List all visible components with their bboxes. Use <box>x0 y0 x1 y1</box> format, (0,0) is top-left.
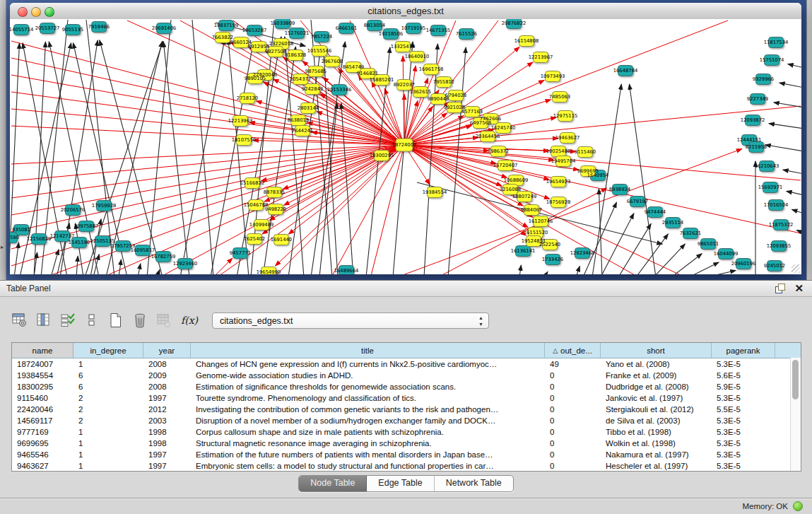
table-cell[interactable]: 5.6E-5 <box>712 370 775 381</box>
citation-network-graph[interactable]: 1405571420553727905513579194662069140618… <box>10 19 801 274</box>
table-cell[interactable]: de Silva et al. (2003) <box>601 415 712 426</box>
table-row[interactable]: 1938455462009Genome-wide association stu… <box>12 370 801 381</box>
table-cell[interactable]: 0 <box>545 404 601 415</box>
table-row[interactable]: 2242004622012Investigating the contribut… <box>12 404 801 415</box>
table-cell[interactable]: 22420046 <box>12 404 73 415</box>
network-selector-dropdown[interactable]: citations_edges.txt ▲▼ <box>212 313 489 329</box>
table-cell[interactable]: 9115460 <box>12 392 73 404</box>
function-builder-icon[interactable]: f(x) <box>180 310 199 330</box>
table-cell[interactable]: 18300295 <box>12 381 73 392</box>
table-cell[interactable]: 1997 <box>143 392 191 404</box>
table-row[interactable]: 1456911722003Disruption of a novel membe… <box>12 415 801 426</box>
table-row[interactable]: 977716911998Corpus callosum shape and si… <box>12 426 801 438</box>
panel-collapse-arrow-icon[interactable]: ▸ <box>1 244 4 250</box>
table-cell[interactable]: 1 <box>73 449 143 460</box>
table-cell[interactable]: 1997 <box>143 460 191 472</box>
row-height-icon[interactable] <box>82 310 102 330</box>
column-header-in_degree[interactable]: in_degree <box>73 343 143 358</box>
table-cell[interactable]: Jankovic et al. (1997) <box>601 392 712 404</box>
table-cell[interactable]: 14569117 <box>12 415 73 426</box>
table-cell[interactable]: Yano et al. (2008) <box>601 358 712 370</box>
table-cell[interactable]: 5.3E-5 <box>712 415 775 426</box>
column-header-out_de[interactable]: △out_de... <box>545 343 601 358</box>
table-cell[interactable]: 1 <box>73 358 143 370</box>
table-cell[interactable]: 0 <box>545 460 601 472</box>
table-cell[interactable]: Investigating the contribution of common… <box>191 404 545 415</box>
table-settings-icon[interactable] <box>10 310 30 330</box>
window-resize-grip[interactable] <box>792 264 800 273</box>
table-cell[interactable]: 0 <box>545 438 601 449</box>
table-cell[interactable]: 9465546 <box>12 449 73 460</box>
table-cell[interactable]: 0 <box>545 415 601 426</box>
table-cell[interactable]: 9463627 <box>12 460 73 472</box>
table-cell[interactable]: 2 <box>73 392 143 404</box>
column-header-short[interactable]: short <box>601 343 712 358</box>
table-cell[interactable]: 5.3E-5 <box>712 438 775 449</box>
table-cell[interactable]: 1 <box>73 438 143 449</box>
table-cell[interactable]: 2009 <box>143 370 191 381</box>
table-cell[interactable]: 19384554 <box>12 370 73 381</box>
table-cell[interactable]: 0 <box>545 392 601 404</box>
table-cell[interactable]: 1998 <box>143 438 191 449</box>
table-cell[interactable]: Tourette syndrome. Phenomenology and cla… <box>191 392 545 404</box>
table-cell[interactable]: 49 <box>545 358 601 370</box>
table-cell[interactable]: 6 <box>73 370 143 381</box>
table-cell[interactable]: 1 <box>73 460 143 472</box>
close-panel-icon[interactable]: ✕ <box>794 282 804 295</box>
table-cell[interactable]: Changes of HCN gene expression and I(f) … <box>191 358 545 370</box>
right-panel-edge[interactable] <box>806 0 812 280</box>
new-table-icon[interactable] <box>106 310 126 330</box>
show-columns-icon[interactable] <box>34 310 54 330</box>
table-cell[interactable]: 2012 <box>143 404 191 415</box>
select-rows-icon[interactable] <box>58 310 78 330</box>
table-cell[interactable]: 0 <box>545 426 601 438</box>
table-row[interactable]: 1872400712008Changes of HCN gene express… <box>12 358 801 370</box>
table-cell[interactable]: Nakamura et al. (1997) <box>601 449 712 460</box>
table-cell[interactable]: 9699695 <box>12 438 73 449</box>
table-cell[interactable]: Embryonic stem cells: a model to study s… <box>191 460 545 472</box>
table-cell[interactable]: 5.3E-5 <box>712 392 775 404</box>
table-row[interactable]: 946554611997Estimation of the future num… <box>12 449 801 460</box>
table-row[interactable]: 946362711997Embryonic stem cells: a mode… <box>12 460 801 472</box>
table-cell[interactable]: 0 <box>545 381 601 392</box>
table-cell[interactable]: Genome-wide association studies in ADHD. <box>191 370 545 381</box>
table-cell[interactable]: 2 <box>73 415 143 426</box>
table-row[interactable]: 1830029562008Estimation of significance … <box>12 381 801 392</box>
tab-node-table[interactable]: Node Table <box>299 476 367 491</box>
table-cell[interactable]: 5.3E-5 <box>712 449 775 460</box>
table-cell[interactable]: 5.3E-5 <box>712 426 775 438</box>
table-cell[interactable]: Wolkin et al. (1998) <box>601 438 712 449</box>
delete-table-icon[interactable] <box>130 310 150 330</box>
memory-ok-indicator[interactable] <box>793 501 803 511</box>
table-cell[interactable]: 2 <box>73 404 143 415</box>
tab-edge-table[interactable]: Edge Table <box>367 476 434 491</box>
column-header-pagerank[interactable]: pagerank <box>712 343 775 358</box>
column-header-title[interactable]: title <box>191 343 545 358</box>
tab-network-table[interactable]: Network Table <box>435 476 513 491</box>
table-cell[interactable]: Corpus callosum shape and size in male p… <box>191 426 545 438</box>
column-header-year[interactable]: year <box>143 343 191 358</box>
table-cell[interactable]: 1997 <box>143 449 191 460</box>
table-cell[interactable]: Tibbo et al. (1998) <box>601 426 712 438</box>
table-cell[interactable]: 5.3E-5 <box>712 358 775 370</box>
scrollbar-thumb[interactable] <box>792 360 799 399</box>
table-cell[interactable]: Franke et al. (2009) <box>601 370 712 381</box>
table-cell[interactable]: 0 <box>545 449 601 460</box>
network-canvas[interactable]: 1405571420553727905513579194662069140618… <box>10 19 801 274</box>
table-cell[interactable]: Hescheler et al. (1997) <box>601 460 712 472</box>
column-header-name[interactable]: name <box>12 343 73 358</box>
table-cell[interactable]: 1998 <box>143 426 191 438</box>
table-cell[interactable]: 18724007 <box>12 358 73 370</box>
table-cell[interactable]: 5.9E-5 <box>712 381 775 392</box>
table-row[interactable]: 911546021997Tourette syndrome. Phenomeno… <box>12 392 801 404</box>
table-cell[interactable]: Dudbridge et al. (2008) <box>601 381 712 392</box>
table-cell[interactable]: Stergiakouli et al. (2012) <box>601 404 712 415</box>
table-cell[interactable]: 5.3E-5 <box>712 460 775 472</box>
table-cell[interactable]: 2008 <box>143 381 191 392</box>
table-cell[interactable]: Structural magnetic resonance image aver… <box>191 438 545 449</box>
table-cell[interactable]: 6 <box>73 381 143 392</box>
table-cell[interactable]: 2008 <box>143 358 191 370</box>
table-cell[interactable]: Estimation of significance thresholds fo… <box>191 381 545 392</box>
float-panel-icon[interactable] <box>775 284 785 293</box>
table-cell[interactable]: 1 <box>73 426 143 438</box>
